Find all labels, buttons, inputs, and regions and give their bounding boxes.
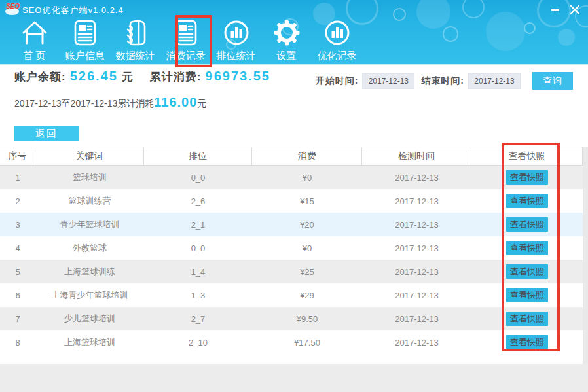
cell-keyword: 篮球培训	[35, 171, 144, 183]
table-row: 6 上海青少年篮球培训 1_3 ¥29 2017-12-13 查看快照	[0, 283, 583, 307]
cell-time: 2017-12-13	[362, 314, 471, 324]
cell-rank: 1_4	[144, 267, 252, 277]
bubble-decoration	[558, 29, 575, 46]
cell-no: 5	[0, 267, 35, 277]
consumption-table: 序号 关键词 排位 消费 检测时间 查看快照 1 篮球培训 0_0 ¥0 201…	[0, 147, 583, 365]
nav-item-account-info[interactable]: 账户信息	[60, 17, 110, 64]
home-icon	[20, 17, 49, 48]
table-row: 8 上海篮球培训 2_10 ¥17.50 2017-12-13 查看快照	[0, 330, 583, 354]
balance-unit: 元	[122, 69, 133, 84]
minimize-icon[interactable]	[549, 4, 562, 16]
cell-rank: 2_6	[144, 196, 252, 206]
start-time-label: 开始时间:	[316, 75, 359, 87]
gear-icon	[272, 17, 301, 48]
nav-item-consumption-records[interactable]: 消费记录	[160, 17, 211, 64]
cell-keyword: 青少年篮球培训	[35, 219, 144, 230]
query-button[interactable]: 查询	[532, 72, 573, 90]
nav-item-optimize-records[interactable]: 优化记录	[312, 17, 362, 64]
end-time-label: 结束时间:	[421, 75, 464, 87]
table-row: 4 外教篮球 0_0 ¥0 2017-12-13 查看快照	[0, 236, 583, 260]
nav-item-settings[interactable]: 设置	[261, 17, 312, 64]
cell-keyword: 篮球训练营	[35, 195, 144, 207]
balance-label: 账户余额:	[14, 69, 66, 84]
cell-cost: ¥20	[252, 220, 362, 230]
period-summary-amount: 116.00	[154, 95, 197, 110]
table-row-highlighted: 3 青少年篮球培训 2_1 ¥20 2017-12-13 查看快照	[0, 213, 583, 236]
cell-rank: 2_1	[144, 220, 252, 230]
period-summary: 2017-12-13至2017-12-13累计消耗 116.00 元	[14, 95, 206, 110]
view-snapshot-button[interactable]: 查看快照	[506, 241, 548, 255]
start-time-input[interactable]	[362, 73, 414, 89]
cell-rank: 0_0	[144, 243, 252, 253]
cell-keyword: 上海篮球培训	[35, 336, 144, 348]
main-nav: 首 页 账户信息	[9, 17, 362, 64]
cell-cost: ¥9.50	[252, 314, 362, 324]
total-consumption-label: 累计消费:	[150, 69, 202, 84]
titlebar: SEO SEO优化客户端v1.0.2.4	[0, 0, 588, 18]
cell-no: 7	[0, 314, 35, 324]
view-snapshot-button[interactable]: 查看快照	[506, 335, 548, 349]
table-row: 2 篮球训练营 2_6 ¥15 2017-12-13 查看快照	[0, 189, 583, 213]
balance-value: 526.45	[70, 69, 118, 84]
col-header-no: 序号	[0, 147, 35, 165]
cell-no: 3	[0, 220, 35, 230]
view-snapshot-button[interactable]: 查看快照	[506, 312, 548, 326]
app-window: SEO SEO优化客户端v1.0.2.4 首 页	[0, 0, 588, 392]
optimize-chart-icon	[323, 17, 352, 48]
bubble-decoration	[524, 22, 536, 34]
consumption-doc-icon	[172, 17, 200, 48]
cell-rank: 1_3	[144, 291, 252, 300]
cell-keyword: 外教篮球	[35, 242, 144, 254]
view-snapshot-button[interactable]: 查看快照	[506, 264, 548, 279]
app-header: SEO SEO优化客户端v1.0.2.4 首 页	[0, 0, 588, 65]
back-button[interactable]: 返回	[14, 126, 79, 141]
bubble-decoration	[443, 26, 458, 42]
date-filter: 开始时间: 结束时间: 查询	[316, 72, 573, 90]
cell-time: 2017-12-13	[362, 220, 471, 230]
cell-keyword: 上海篮球训练	[35, 266, 144, 277]
cell-cost: ¥29	[252, 291, 362, 300]
app-logo-icon: SEO	[4, 2, 21, 16]
cell-cost: ¥15	[252, 196, 362, 206]
nav-item-data-stats[interactable]: 数据统计	[110, 17, 160, 64]
cell-no: 6	[0, 291, 35, 300]
rank-chart-icon	[222, 17, 251, 48]
cell-no: 1	[0, 173, 35, 183]
account-summary: 账户余额: 526.45 元 累计消费: 96973.55	[14, 69, 274, 84]
table-row: 5 上海篮球训练 1_4 ¥25 2017-12-13 查看快照	[0, 260, 583, 283]
cell-time: 2017-12-13	[362, 196, 471, 206]
period-summary-unit: 元	[197, 98, 206, 110]
cell-no: 4	[0, 243, 35, 253]
page-footer-area	[0, 364, 588, 392]
cell-no: 2	[0, 196, 35, 206]
cell-time: 2017-12-13	[362, 291, 471, 300]
nav-item-home[interactable]: 首 页	[9, 17, 60, 64]
table-header-row: 序号 关键词 排位 消费 检测时间 查看快照	[0, 147, 583, 166]
end-time-input[interactable]	[468, 73, 521, 89]
cell-cost: ¥0	[252, 243, 362, 253]
col-header-keyword: 关键词	[35, 147, 144, 165]
cell-rank: 0_0	[144, 173, 252, 183]
cell-keyword: 少儿篮球培训	[35, 313, 144, 325]
cell-rank: 2_7	[144, 314, 252, 324]
total-consumption-value: 96973.55	[206, 69, 270, 84]
cell-cost: ¥0	[252, 173, 362, 183]
cell-time: 2017-12-13	[362, 173, 471, 183]
scrollbar-track[interactable]	[583, 147, 588, 364]
view-snapshot-button[interactable]: 查看快照	[506, 217, 548, 232]
nav-item-rank-stats[interactable]: 排位统计	[211, 17, 261, 64]
cell-time: 2017-12-13	[362, 267, 471, 277]
data-book-icon	[121, 17, 150, 48]
cell-no: 8	[0, 338, 35, 347]
cell-cost: ¥17.50	[252, 338, 362, 347]
view-snapshot-button[interactable]: 查看快照	[506, 194, 548, 208]
table-row: 7 少儿篮球培训 2_7 ¥9.50 2017-12-13 查看快照	[0, 307, 583, 330]
close-icon[interactable]	[568, 4, 581, 16]
account-doc-icon	[71, 17, 100, 48]
view-snapshot-button[interactable]: 查看快照	[506, 170, 548, 185]
col-header-time: 检测时间	[362, 147, 471, 165]
table-row: 1 篮球培训 0_0 ¥0 2017-12-13 查看快照	[0, 166, 583, 189]
view-snapshot-button[interactable]: 查看快照	[506, 288, 548, 302]
window-title: SEO优化客户端v1.0.2.4	[22, 5, 124, 16]
period-summary-text: 2017-12-13至2017-12-13累计消耗	[14, 98, 154, 110]
